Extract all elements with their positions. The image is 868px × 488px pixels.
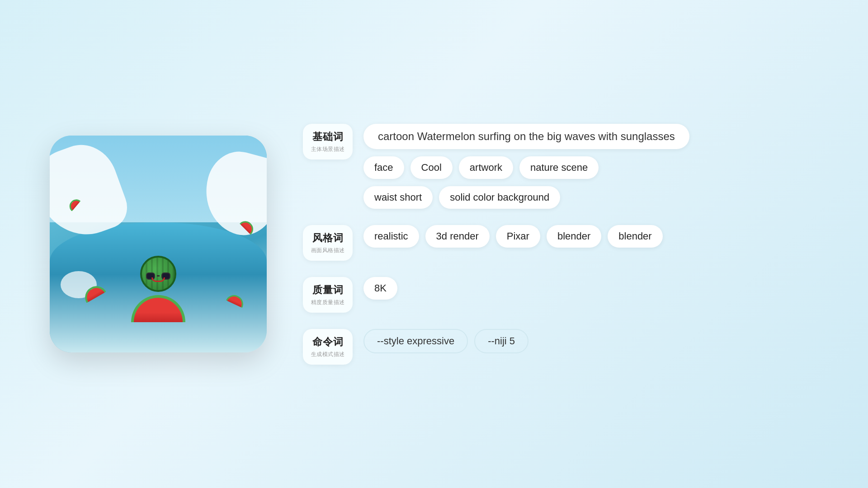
artwork-image-wrapper — [50, 136, 267, 352]
label-quality-sub: 精度质量描述 — [311, 299, 345, 306]
artwork-image — [50, 136, 267, 352]
tag-niji-5[interactable]: --niji 5 — [474, 329, 528, 353]
tag-blender-1[interactable]: blender — [547, 225, 601, 248]
sunglasses-bridge — [157, 275, 160, 277]
label-basic-main: 基础词 — [312, 130, 344, 144]
tag-pixar[interactable]: Pixar — [496, 225, 540, 248]
tags-basic: cartoon Watermelon surfing on the big wa… — [363, 124, 818, 209]
tags-row-quality-0: 8K — [363, 277, 818, 300]
section-basic: 基础词 主体场景描述 cartoon Watermelon surfing on… — [303, 124, 818, 209]
content-panel: 基础词 主体场景描述 cartoon Watermelon surfing on… — [303, 124, 818, 365]
label-quality-main: 质量词 — [312, 283, 344, 297]
tag-blender-2[interactable]: blender — [608, 225, 662, 248]
tags-style: realistic 3d render Pixar blender blende… — [363, 225, 818, 248]
label-command-sub: 生成模式描述 — [311, 351, 345, 358]
tag-3d-render[interactable]: 3d render — [425, 225, 490, 248]
watermelon-head — [140, 256, 176, 292]
label-basic-sub: 主体场景描述 — [311, 145, 345, 153]
tags-quality: 8K — [363, 277, 818, 300]
tag-nature-scene[interactable]: nature scene — [519, 156, 599, 179]
tags-row-style-0: realistic 3d render Pixar blender blende… — [363, 225, 818, 248]
tag-artwork[interactable]: artwork — [459, 156, 513, 179]
tag-realistic[interactable]: realistic — [363, 225, 419, 248]
section-quality: 质量词 精度质量描述 8K — [303, 277, 818, 313]
label-style-main: 风格词 — [312, 231, 344, 245]
tag-8k[interactable]: 8K — [363, 277, 397, 300]
main-container: 基础词 主体场景描述 cartoon Watermelon surfing on… — [50, 124, 818, 365]
label-quality: 质量词 精度质量描述 — [303, 277, 353, 313]
tags-row-basic-0: cartoon Watermelon surfing on the big wa… — [363, 124, 818, 149]
label-basic: 基础词 主体场景描述 — [303, 124, 353, 160]
tag-main-description[interactable]: cartoon Watermelon surfing on the big wa… — [363, 124, 689, 149]
label-command-main: 命令词 — [312, 335, 344, 349]
tag-waist-short[interactable]: waist short — [363, 186, 433, 209]
tags-row-command-0: --style expressive --niji 5 — [363, 329, 818, 353]
label-command: 命令词 生成模式描述 — [303, 329, 353, 365]
tags-command: --style expressive --niji 5 — [363, 329, 818, 353]
watermelon-character — [140, 256, 176, 292]
tag-solid-background[interactable]: solid color background — [439, 186, 560, 209]
label-style: 风格词 画面风格描述 — [303, 225, 353, 261]
tags-row-basic-2: waist short solid color background — [363, 186, 818, 209]
section-command: 命令词 生成模式描述 --style expressive --niji 5 — [303, 329, 818, 365]
tags-row-basic-1: face Cool artwork nature scene — [363, 156, 818, 179]
section-style: 风格词 画面风格描述 realistic 3d render Pixar ble… — [303, 225, 818, 261]
tag-cool[interactable]: Cool — [410, 156, 453, 179]
tag-face[interactable]: face — [363, 156, 404, 179]
label-style-sub: 画面风格描述 — [311, 247, 345, 254]
tag-style-expressive[interactable]: --style expressive — [363, 329, 468, 353]
